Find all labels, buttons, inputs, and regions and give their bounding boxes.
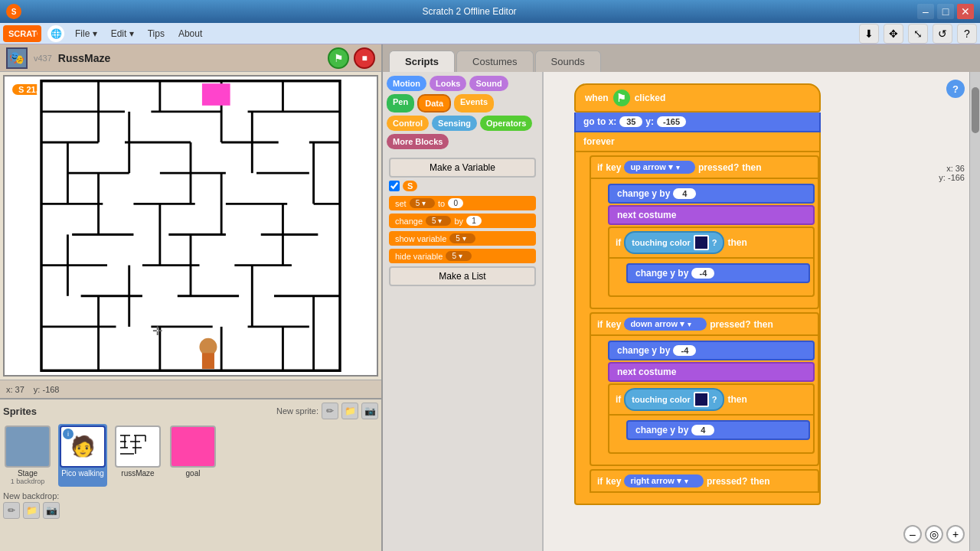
change-y-label2: change y by <box>617 345 670 356</box>
change-y-by-4-block[interactable]: change y by 4 <box>608 184 815 204</box>
show-var-select[interactable]: 5 ▾ <box>449 233 475 243</box>
change-y-by-neg4-1[interactable]: change y by -4 <box>626 263 810 283</box>
sprite-item-stage[interactable]: Stage 1 backdrop <box>3 424 52 487</box>
upload-backdrop-button[interactable]: 📁 <box>23 502 40 519</box>
upload-sprite-button[interactable]: 📁 <box>341 403 358 419</box>
stage-sprite-label: Stage <box>18 469 38 478</box>
make-list-button[interactable]: Make a List <box>389 266 536 286</box>
if-touch-color-1[interactable]: if touching color ? then <box>605 227 818 297</box>
script-workspace[interactable]: when ⚑ clicked go to x: 35 y: -165 <box>544 72 980 551</box>
stage-thumbnail: 🎭 <box>6 47 28 69</box>
hint-icon[interactable]: ? <box>946 80 965 98</box>
goto-y-input[interactable]: -165 <box>657 116 686 127</box>
category-more[interactable]: More Blocks <box>387 134 449 149</box>
if3-key-dropdown[interactable]: right arrow ▾ <box>624 474 704 487</box>
show-variable-block[interactable]: show variable 5 ▾ <box>389 231 536 246</box>
category-events[interactable]: Events <box>454 94 494 112</box>
change-y-val2[interactable]: -4 <box>673 345 696 356</box>
category-motion[interactable]: Motion <box>387 76 426 91</box>
change-value-input[interactable]: 1 <box>466 216 482 226</box>
change-block[interactable]: change 5 ▾ by 1 <box>389 214 536 228</box>
touch-color-sensing1[interactable]: touching color ? <box>624 231 724 254</box>
category-data[interactable]: Data <box>417 94 451 112</box>
change-y-val-t2[interactable]: 4 <box>691 425 714 435</box>
set-block[interactable]: set 5 ▾ to 0 <box>389 196 536 210</box>
minimize-button[interactable]: – <box>917 4 934 19</box>
var-checkbox-input[interactable] <box>389 181 400 191</box>
hide-variable-block[interactable]: hide variable 5 ▾ <box>389 249 536 263</box>
color-swatch2[interactable] <box>694 392 709 407</box>
zoom-in-button[interactable]: + <box>946 525 965 543</box>
help-icon[interactable]: ? <box>957 24 977 44</box>
next-costume-block1[interactable]: next costume <box>608 205 815 225</box>
change-y-by-neg4-2[interactable]: change y by -4 <box>608 341 815 360</box>
download-icon[interactable]: ⬇ <box>859 24 879 44</box>
hide-var-select[interactable]: 5 ▾ <box>446 251 471 261</box>
set-value-input[interactable]: 0 <box>448 198 463 208</box>
change-y-val1[interactable]: 4 <box>673 188 696 199</box>
category-operators[interactable]: Operators <box>480 116 533 131</box>
if-right-arrow-block[interactable]: if key right arrow ▾ pressed? then <box>590 469 819 493</box>
category-looks[interactable]: Looks <box>430 76 466 91</box>
tab-scripts[interactable]: Scripts <box>389 51 455 72</box>
paint-sprite-button[interactable]: ✏ <box>322 403 338 419</box>
set-var-select[interactable]: 5 ▾ <box>410 198 435 208</box>
category-sound[interactable]: Sound <box>469 76 508 91</box>
if-down-arrow-block[interactable]: if key down arrow ▾ pressed? then <box>590 312 819 466</box>
touch-color-sensing2[interactable]: touching color ? <box>624 388 724 411</box>
about-menu[interactable]: About <box>172 27 208 41</box>
cursor-indicator: ✛ <box>152 324 162 338</box>
zoom-out-button[interactable]: – <box>903 525 922 543</box>
paint-backdrop-button[interactable]: ✏ <box>3 502 20 519</box>
if2-key-dropdown[interactable]: down arrow ▾ <box>624 318 707 331</box>
change-var-select[interactable]: 5 ▾ <box>426 216 451 226</box>
russmaze-sprite-label: russMaze <box>121 469 154 478</box>
change-y-by-4-2[interactable]: change y by 4 <box>626 420 810 440</box>
close-button[interactable]: ✕ <box>957 4 974 19</box>
change-y-val-t1[interactable]: -4 <box>691 268 714 279</box>
right-coords-display: x: 36 y: -166 <box>939 164 965 182</box>
when-clicked-block[interactable]: when ⚑ clicked go to x: 35 y: -165 <box>574 83 821 505</box>
sprite-item-russmaze[interactable]: russMaze <box>113 424 162 487</box>
forever-block[interactable]: forever if key up arrow ▾ pressed? <box>574 132 821 505</box>
show-var-label: show variable <box>395 234 446 243</box>
next-costume-block2[interactable]: next costume <box>608 362 815 382</box>
tab-sounds[interactable]: Sounds <box>535 51 601 72</box>
file-menu[interactable]: File ▾ <box>69 27 103 41</box>
scroll-bar[interactable] <box>969 72 980 551</box>
if-up-arrow-block[interactable]: if key up arrow ▾ pressed? then <box>590 155 819 309</box>
scroll-thumb[interactable] <box>972 87 979 133</box>
category-sensing[interactable]: Sensing <box>432 116 477 131</box>
variable-s-checkbox[interactable]: S <box>389 181 536 191</box>
red-stop-button[interactable]: ■ <box>354 47 375 69</box>
goto-label: go to x: <box>583 116 616 127</box>
edit-menu[interactable]: Edit ▾ <box>105 27 140 41</box>
globe-icon[interactable]: 🌐 <box>47 25 64 42</box>
color-swatch1[interactable] <box>694 235 709 250</box>
goto-block[interactable]: go to x: 35 y: -165 <box>574 112 821 132</box>
tips-menu[interactable]: Tips <box>142 27 171 41</box>
hint-button[interactable]: ? <box>946 80 965 98</box>
resize-icon[interactable]: ⤡ <box>908 24 928 44</box>
stage-name: RussMaze <box>58 52 110 64</box>
info-icon[interactable]: i <box>63 429 74 439</box>
tab-costumes[interactable]: Costumes <box>456 51 534 72</box>
change-y-label1: change y by <box>617 188 670 199</box>
camera-sprite-button[interactable]: 📷 <box>361 403 378 419</box>
if1-key-dropdown[interactable]: up arrow ▾ <box>624 161 695 174</box>
sprite-item-goal[interactable]: goal <box>168 424 217 487</box>
goto-x-input[interactable]: 35 <box>619 116 642 127</box>
zoom-reset-button[interactable]: ◎ <box>925 525 943 543</box>
make-variable-button[interactable]: Make a Variable <box>389 158 536 178</box>
green-flag-button[interactable]: ⚑ <box>328 47 349 69</box>
category-control[interactable]: Control <box>387 116 429 131</box>
category-pen[interactable]: Pen <box>387 94 414 112</box>
sprite-item-pico[interactable]: i 🧑 Pico walking <box>58 424 107 487</box>
goto-y-label: y: <box>645 116 654 127</box>
camera-backdrop-button[interactable]: 📷 <box>43 502 60 519</box>
move-icon[interactable]: ✥ <box>884 24 903 44</box>
scripts-content: Motion Looks Sound Pen Data Events Contr… <box>383 72 980 551</box>
maximize-button[interactable]: □ <box>937 4 954 19</box>
rotate-icon[interactable]: ↺ <box>933 24 952 44</box>
if-touch-color-2[interactable]: if touching color ? then <box>605 383 818 454</box>
